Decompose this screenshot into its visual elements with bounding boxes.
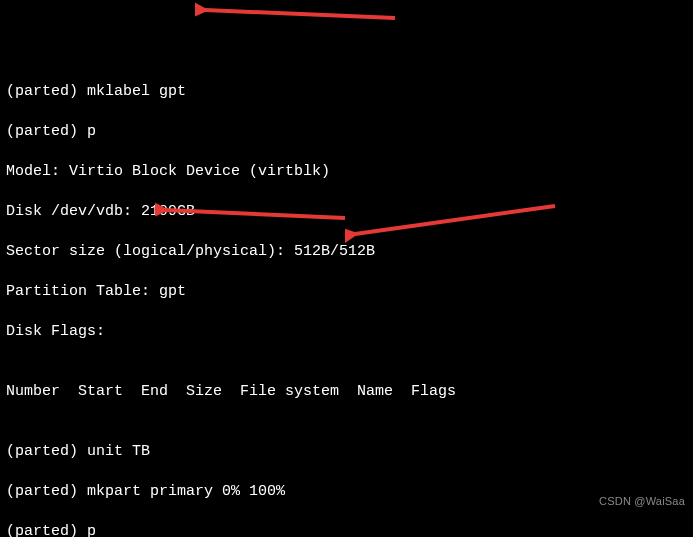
terminal-line: Disk Flags:	[6, 322, 687, 342]
terminal-line: Sector size (logical/physical): 512B/512…	[6, 242, 687, 262]
svg-line-0	[205, 10, 395, 18]
terminal-line: (parted) unit TB	[6, 442, 687, 462]
terminal-line-header: Number Start End Size File system Name F…	[6, 382, 687, 402]
terminal-line: (parted) mkpart primary 0% 100%	[6, 482, 687, 502]
terminal-line: (parted) p	[6, 522, 687, 537]
terminal-line: Model: Virtio Block Device (virtblk)	[6, 162, 687, 182]
terminal-line: (parted) mklabel gpt	[6, 82, 687, 102]
watermark: CSDN @WaiSaa	[599, 491, 685, 511]
terminal-line: Disk /dev/vdb: 2199GB	[6, 202, 687, 222]
terminal-line: (parted) p	[6, 122, 687, 142]
terminal-line: Partition Table: gpt	[6, 282, 687, 302]
annotation-arrow-icon	[195, 0, 405, 24]
